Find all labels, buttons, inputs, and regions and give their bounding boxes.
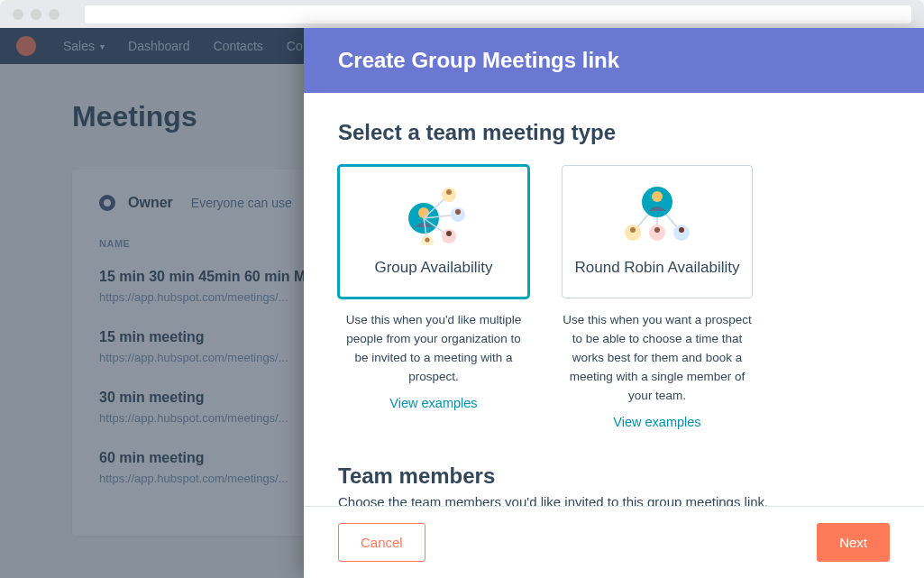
select-meeting-type-heading: Select a team meeting type (338, 120, 890, 145)
window-maximize-dot[interactable] (49, 9, 59, 20)
svg-point-1 (418, 207, 429, 218)
panel-footer: Cancel Next (304, 506, 924, 578)
option-round-robin-availability[interactable]: Round Robin Availability (562, 165, 753, 298)
window-close-dot[interactable] (13, 9, 23, 20)
svg-point-9 (455, 209, 461, 215)
svg-point-13 (425, 237, 429, 242)
create-group-meetings-panel: Create Group Meetings link Select a team… (304, 28, 924, 578)
team-members-subtext: Choose the team members you'd like invit… (338, 494, 890, 506)
svg-point-18 (652, 191, 663, 202)
svg-point-20 (630, 227, 636, 233)
team-members-heading: Team members (338, 463, 890, 489)
panel-title: Create Group Meetings link (304, 28, 924, 93)
cancel-button[interactable]: Cancel (338, 523, 425, 562)
panel-body: Select a team meeting type (304, 93, 924, 506)
option-round-robin-title: Round Robin Availability (572, 258, 743, 278)
svg-point-22 (654, 227, 660, 233)
option-round-robin-desc: Use this when you want a prospect to be … (562, 311, 753, 406)
option-round-robin-view-examples-link[interactable]: View examples (562, 415, 753, 429)
svg-point-7 (446, 189, 452, 195)
round-robin-illustration-icon (617, 184, 698, 245)
option-group-desc: Use this when you'd like multiple people… (338, 311, 529, 387)
option-group-availability[interactable]: Group Availability (338, 165, 529, 298)
svg-point-11 (446, 231, 452, 236)
option-group-view-examples-link[interactable]: View examples (338, 396, 529, 410)
next-button[interactable]: Next (817, 523, 890, 562)
window-titlebar (0, 0, 924, 28)
window-minimize-dot[interactable] (31, 9, 41, 20)
url-bar[interactable] (85, 5, 911, 23)
group-availability-illustration-icon (393, 184, 474, 245)
option-group-title: Group Availability (348, 258, 519, 278)
svg-point-24 (679, 227, 684, 233)
